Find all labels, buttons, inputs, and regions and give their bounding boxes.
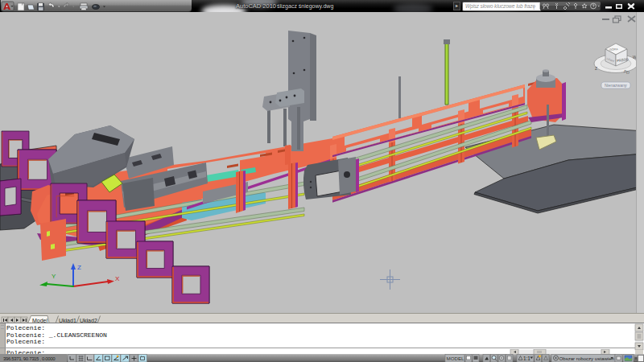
- svg-text:Obszar roboczy ustawień: Obszar roboczy ustawień: [559, 356, 614, 361]
- svg-text:Y: Y: [52, 273, 56, 280]
- svg-text:396.5371, 90.7315 , 0.0000: 396.5371, 90.7315 , 0.0000: [3, 356, 56, 361]
- svg-text:Z: Z: [595, 66, 597, 71]
- svg-text:MODEL: MODEL: [447, 356, 465, 361]
- svg-text:Nienazwany: Nienazwany: [605, 83, 627, 88]
- svg-text:Z: Z: [77, 264, 81, 271]
- svg-text:X: X: [115, 275, 120, 282]
- svg-text:1:1: 1:1: [523, 356, 530, 361]
- svg-text:PD: PD: [623, 69, 630, 76]
- svg-text:GÓRA: GÓRA: [609, 47, 619, 51]
